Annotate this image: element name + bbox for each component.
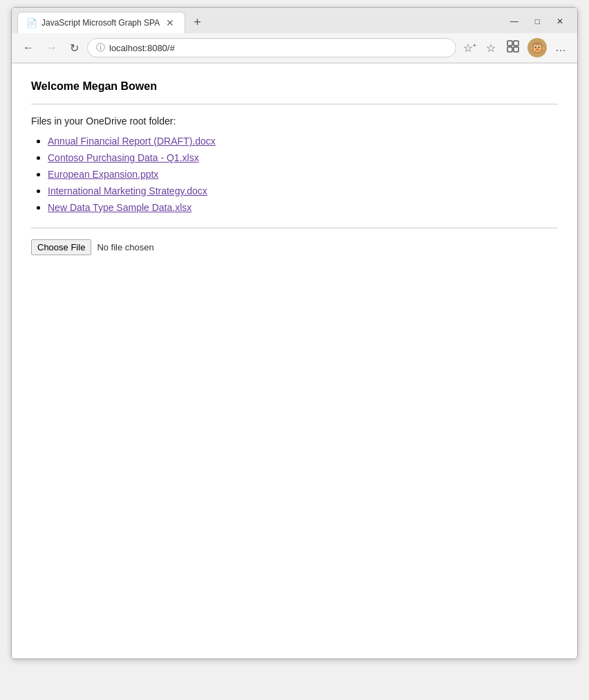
file-link-1[interactable]: Annual Financial Report (DRAFT).docx xyxy=(48,136,216,147)
list-item: Contoso Purchasing Data - Q1.xlsx xyxy=(48,151,558,164)
svg-rect-0 xyxy=(507,41,512,46)
favorites-button[interactable]: ☆ xyxy=(483,40,498,56)
svg-rect-1 xyxy=(514,41,518,46)
file-link-2[interactable]: Contoso Purchasing Data - Q1.xlsx xyxy=(48,152,199,163)
svg-rect-3 xyxy=(514,47,518,52)
back-button[interactable]: ← xyxy=(19,39,38,57)
info-icon: ⓘ xyxy=(96,42,105,54)
maximize-button[interactable]: □ xyxy=(527,12,548,30)
profile-avatar[interactable]: 🐵 xyxy=(527,38,547,57)
collections-button[interactable] xyxy=(503,37,523,58)
choose-file-button[interactable]: Choose File xyxy=(31,239,91,255)
window-controls: — □ ✕ xyxy=(502,12,572,33)
files-list: Annual Financial Report (DRAFT).docx Con… xyxy=(31,135,558,214)
title-bar: 📄 JavaScript Microsoft Graph SPA ✕ + — □… xyxy=(12,8,577,64)
files-label: Files in your OneDrive root folder: xyxy=(31,116,558,127)
divider-1 xyxy=(31,104,558,104)
forward-button[interactable]: → xyxy=(42,39,62,57)
browser-window: 📄 JavaScript Microsoft Graph SPA ✕ + — □… xyxy=(11,7,578,659)
tab-close-button[interactable]: ✕ xyxy=(164,17,176,29)
divider-2 xyxy=(31,228,558,228)
url-text: localhost:8080/# xyxy=(109,43,447,53)
list-item: Annual Financial Report (DRAFT).docx xyxy=(48,135,558,147)
file-link-3[interactable]: European Expansion.pptx xyxy=(48,169,158,180)
no-file-label: No file chosen xyxy=(97,242,153,252)
address-bar: ← → ↻ ⓘ localhost:8080/# ☆+ ☆ 🐵 … xyxy=(12,33,577,63)
new-tab-button[interactable]: + xyxy=(188,12,207,33)
address-input-container[interactable]: ⓘ localhost:8080/# xyxy=(87,38,456,57)
tab-title: JavaScript Microsoft Graph SPA xyxy=(41,18,160,28)
file-link-4[interactable]: International Marketing Strategy.docx xyxy=(48,185,207,196)
list-item: New Data Type Sample Data.xlsx xyxy=(48,201,558,214)
file-input-row: Choose File No file chosen xyxy=(31,239,558,255)
close-button[interactable]: ✕ xyxy=(548,12,572,30)
list-item: International Marketing Strategy.docx xyxy=(48,185,558,197)
add-to-reading-list-button[interactable]: ☆+ xyxy=(460,40,479,56)
reload-button[interactable]: ↻ xyxy=(66,39,83,57)
minimize-button[interactable]: — xyxy=(502,12,527,30)
svg-rect-2 xyxy=(507,47,512,52)
file-link-5[interactable]: New Data Type Sample Data.xlsx xyxy=(48,202,191,213)
tab-page-icon: 📄 xyxy=(26,18,37,28)
list-item: European Expansion.pptx xyxy=(48,168,558,181)
page-content: Welcome Megan Bowen Files in your OneDri… xyxy=(12,64,577,658)
active-tab[interactable]: 📄 JavaScript Microsoft Graph SPA ✕ xyxy=(17,12,185,33)
menu-button[interactable]: … xyxy=(551,39,570,57)
welcome-heading: Welcome Megan Bowen xyxy=(31,80,558,93)
